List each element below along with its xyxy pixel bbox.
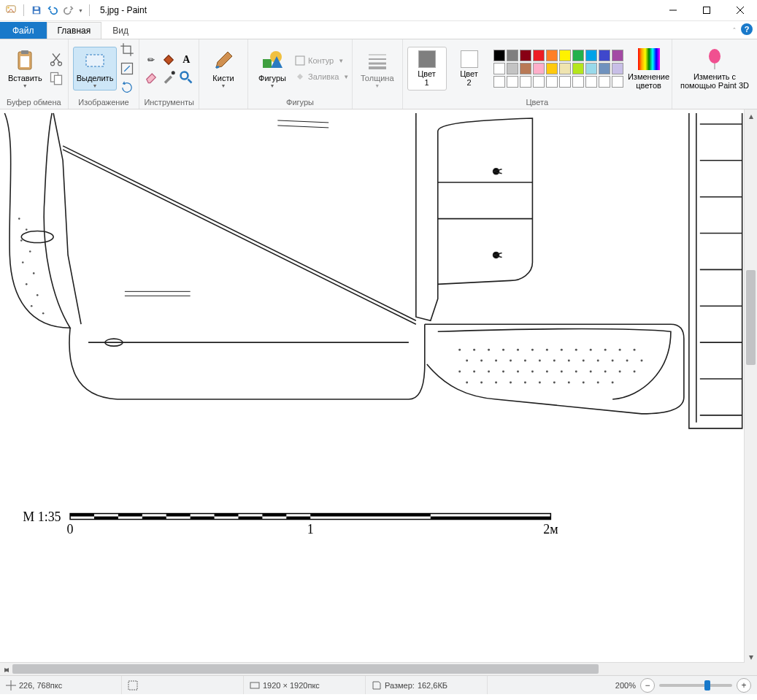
- edit-colors-button[interactable]: Изменение цветов: [629, 45, 669, 92]
- cut-icon[interactable]: [49, 52, 64, 66]
- palette-color[interactable]: [493, 63, 505, 74]
- pencil-icon[interactable]: ✏: [144, 53, 158, 67]
- svg-rect-91: [310, 514, 431, 517]
- magnifier-icon[interactable]: [179, 70, 193, 85]
- redo-icon[interactable]: [62, 4, 75, 17]
- palette-color[interactable]: [599, 50, 610, 61]
- ribbon-collapse-icon[interactable]: ⌃: [732, 27, 737, 33]
- quick-access-toolbar: ▼: [0, 4, 97, 17]
- palette-color[interactable]: [546, 50, 558, 61]
- color1-button[interactable]: Цвет 1: [407, 47, 447, 91]
- undo-icon[interactable]: [46, 4, 59, 17]
- scroll-up-icon[interactable]: ▴: [745, 109, 757, 122]
- close-button[interactable]: [723, 0, 757, 20]
- palette-color[interactable]: [546, 76, 558, 88]
- eraser-icon[interactable]: [144, 70, 158, 85]
- zoom-out-button[interactable]: −: [640, 678, 655, 693]
- palette-color[interactable]: [533, 76, 545, 88]
- zoom-slider-knob[interactable]: [704, 680, 710, 691]
- disk-icon: [372, 680, 382, 691]
- palette-color[interactable]: [493, 76, 505, 88]
- canvas[interactable]: М 1:35 0: [0, 109, 745, 663]
- outline-option[interactable]: Контур▼: [295, 53, 349, 68]
- palette-color[interactable]: [559, 50, 571, 61]
- resize-icon[interactable]: [120, 61, 134, 76]
- horizontal-scrollbar[interactable]: ◂ ▸: [0, 662, 745, 675]
- palette-color[interactable]: [507, 50, 518, 61]
- zoom-slider[interactable]: [659, 684, 732, 687]
- palette-color[interactable]: [599, 76, 610, 88]
- scroll-right-icon[interactable]: ▸: [0, 663, 12, 675]
- svg-rect-87: [118, 514, 142, 517]
- scroll-down-icon[interactable]: ▾: [745, 650, 757, 663]
- palette-color[interactable]: [533, 63, 545, 74]
- palette-color[interactable]: [585, 63, 597, 74]
- palette-color[interactable]: [612, 63, 623, 74]
- svg-rect-16: [263, 59, 272, 68]
- svg-point-63: [466, 382, 468, 384]
- palette-color[interactable]: [559, 76, 571, 88]
- svg-rect-12: [86, 55, 104, 66]
- palette-color[interactable]: [585, 50, 597, 61]
- vertical-scrollbar[interactable]: ▴ ▾: [744, 109, 757, 663]
- palette-color[interactable]: [559, 63, 571, 74]
- palette-color[interactable]: [533, 50, 545, 61]
- tab-file[interactable]: Файл: [0, 22, 47, 39]
- status-bar: 226, 768пкс 1920 × 1920пкс Размер: 162,6…: [0, 675, 757, 694]
- palette-color[interactable]: [507, 76, 518, 88]
- zoom-in-button[interactable]: +: [737, 678, 751, 693]
- help-icon[interactable]: ?: [741, 23, 753, 35]
- paint3d-button[interactable]: Изменить с помощью Paint 3D: [677, 45, 753, 92]
- v-scroll-thumb[interactable]: [746, 270, 756, 365]
- text-icon[interactable]: A: [179, 53, 193, 67]
- copy-icon[interactable]: [49, 71, 64, 85]
- rotate-icon[interactable]: [120, 80, 134, 95]
- qat-dropdown-icon[interactable]: ▼: [78, 8, 83, 13]
- palette-color[interactable]: [520, 50, 531, 61]
- palette-color[interactable]: [612, 76, 623, 88]
- group-paint3d: Изменить с помощью Paint 3D: [672, 39, 757, 109]
- maximize-button[interactable]: [690, 0, 723, 20]
- brushes-button[interactable]: Кисти ▼: [204, 47, 243, 91]
- paste-button[interactable]: Вставить ▼: [4, 47, 46, 91]
- group-image: Выделить ▼ Изображение: [69, 39, 140, 109]
- palette-color[interactable]: [493, 50, 505, 61]
- svg-point-82: [31, 305, 33, 307]
- status-selection: [122, 676, 244, 694]
- crop-icon[interactable]: [120, 42, 134, 57]
- palette-color[interactable]: [507, 63, 518, 74]
- svg-point-29: [531, 349, 534, 351]
- palette-color[interactable]: [599, 63, 610, 74]
- status-filesize: Размер: 162,6КБ: [366, 676, 488, 694]
- color2-button[interactable]: Цвет 2: [450, 47, 489, 91]
- minimize-button[interactable]: [656, 0, 690, 20]
- bucket-icon[interactable]: [161, 53, 176, 67]
- palette-color[interactable]: [520, 76, 531, 88]
- svg-point-15: [181, 72, 188, 80]
- h-scroll-thumb[interactable]: [12, 664, 599, 674]
- clipboard-icon: [13, 49, 36, 72]
- svg-point-34: [604, 349, 607, 351]
- svg-point-37: [466, 360, 468, 362]
- svg-point-67: [524, 382, 526, 384]
- svg-rect-3: [34, 7, 38, 10]
- palette-color[interactable]: [572, 76, 584, 88]
- svg-point-54: [517, 371, 519, 373]
- shapes-button[interactable]: Фигуры ▼: [253, 47, 292, 91]
- palette-color[interactable]: [572, 50, 584, 61]
- palette-color[interactable]: [546, 63, 558, 74]
- select-button[interactable]: Выделить ▼: [73, 47, 118, 91]
- svg-point-31: [561, 349, 563, 351]
- tab-view[interactable]: Вид: [101, 22, 139, 39]
- fill-option[interactable]: Заливка▼: [295, 69, 349, 84]
- svg-point-59: [590, 371, 592, 373]
- palette-color[interactable]: [585, 76, 597, 88]
- palette-color[interactable]: [612, 50, 623, 61]
- picker-icon[interactable]: [161, 70, 176, 85]
- tab-home[interactable]: Главная: [47, 22, 102, 39]
- save-icon[interactable]: [30, 4, 43, 17]
- svg-point-57: [561, 371, 563, 373]
- palette-color[interactable]: [520, 63, 531, 74]
- thickness-button[interactable]: Толщина ▼: [357, 47, 398, 91]
- palette-color[interactable]: [572, 63, 584, 74]
